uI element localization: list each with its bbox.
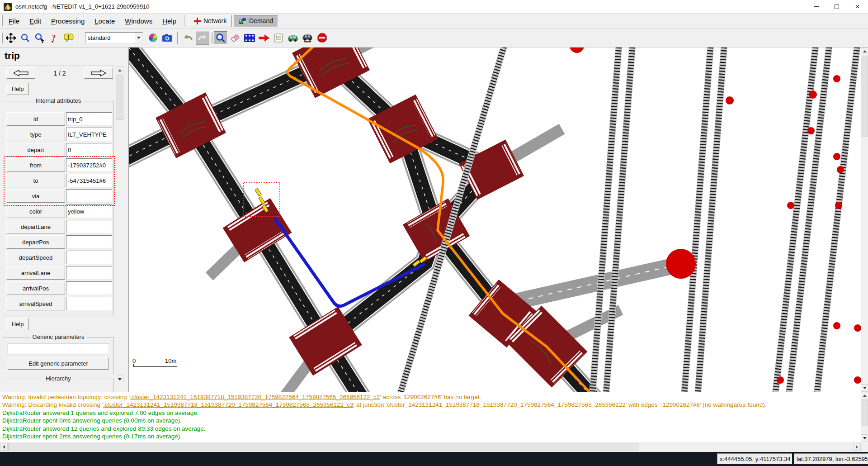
scrollbar-thumb[interactable]	[8, 443, 639, 451]
message-log[interactable]: Warning: Invalid pedestrian topology: cr…	[0, 392, 861, 442]
scrollbar-thumb[interactable]	[861, 400, 868, 426]
junction-bubble[interactable]	[666, 249, 696, 279]
toolbar-grip[interactable]	[1, 33, 3, 43]
zoom-cursor-icon	[34, 33, 45, 43]
close-button[interactable]: ×	[847, 0, 868, 14]
scroll-left-button[interactable]	[0, 443, 8, 451]
help-question-button[interactable]: ?	[47, 31, 61, 45]
attribute-label-departLane[interactable]: departLane	[6, 220, 65, 233]
maximize-button[interactable]	[826, 0, 847, 14]
previous-element-button[interactable]	[6, 67, 35, 79]
triangle-down-icon	[863, 437, 867, 439]
menu-windows[interactable]: Windows	[120, 15, 157, 27]
menu-edit[interactable]: Edit	[24, 15, 46, 27]
mode-stop-button[interactable]	[315, 31, 329, 45]
minimize-button[interactable]	[806, 0, 826, 14]
menu-help[interactable]: Help	[157, 15, 181, 27]
combo-dropdown-button[interactable]	[135, 33, 142, 43]
toolbar-grip[interactable]	[1, 15, 3, 26]
supermode-demand-button[interactable]: Demand	[234, 15, 278, 27]
network-canvas[interactable]	[129, 48, 861, 392]
sidebar-scrollbar[interactable]	[116, 67, 123, 383]
attribute-input-arrivalLane[interactable]	[66, 266, 112, 280]
attribute-label-from[interactable]: from	[6, 158, 65, 172]
inspector-panel: trip 1 / 2 Help Internal attributes idty…	[0, 48, 129, 392]
attribute-input-via[interactable]	[66, 189, 112, 203]
attribute-input-color[interactable]	[66, 204, 112, 218]
log-line-info: DijkstraRouter answered 12 queries and e…	[2, 425, 861, 433]
arrow-right-icon	[91, 70, 106, 76]
network-icon	[194, 18, 201, 24]
mode-delete-button[interactable]	[228, 31, 242, 45]
scroll-right-button[interactable]	[853, 443, 861, 451]
scrollbar-thumb[interactable]	[116, 75, 123, 120]
attribute-label-id[interactable]: id	[6, 112, 65, 126]
attribute-label-depart[interactable]: depart	[6, 143, 65, 157]
log-text: ' at junction 'cluster_1423131241_151938…	[354, 401, 767, 408]
scroll-up-button[interactable]	[861, 392, 868, 399]
log-text: DijkstraRouter answered 12 queries and e…	[2, 425, 206, 432]
color-scheme-button[interactable]	[146, 31, 160, 45]
mode-vehicle-button[interactable]	[286, 31, 300, 45]
attribute-input-from[interactable]	[66, 158, 112, 172]
attribute-input-to[interactable]	[66, 174, 112, 187]
attribute-label-via[interactable]: via	[6, 189, 65, 203]
attribute-label-arrivalPos[interactable]: arrivalPos	[6, 281, 65, 295]
attribute-label-to[interactable]: to	[6, 174, 65, 187]
zoom-button[interactable]	[19, 31, 32, 45]
help-button-bottom[interactable]: Help	[6, 318, 29, 330]
scrollbar-thumb[interactable]	[861, 56, 868, 137]
undo-button[interactable]	[181, 31, 195, 45]
attribute-label-departSpeed[interactable]: departSpeed	[6, 251, 65, 264]
toolbar-grip[interactable]	[211, 33, 212, 43]
attribute-input-departLane[interactable]	[66, 220, 112, 233]
supermode-network-button[interactable]: Network	[189, 15, 232, 27]
edit-generic-parameter-button[interactable]: Edit generic parameter	[8, 357, 109, 370]
attribute-label-arrivalLane[interactable]: arrivalLane	[6, 266, 65, 280]
log-vertical-scrollbar[interactable]	[861, 392, 868, 442]
log-link[interactable]: :cluster_1423131241_1519387718_151938772…	[130, 394, 380, 400]
zoom-cursor-button[interactable]	[33, 31, 47, 45]
log-text: ' across '129002627#6' has no target.	[380, 394, 481, 400]
triangle-up-icon	[863, 395, 867, 397]
scale-line	[133, 366, 177, 367]
attribute-row-arrivalLane: arrivalLane	[6, 266, 112, 280]
toolbar: ? ! standard	[0, 29, 868, 48]
scroll-down-button[interactable]	[861, 384, 868, 392]
help-button-top[interactable]: Help	[6, 83, 29, 95]
mode-inspect-button[interactable]	[214, 31, 227, 45]
menu-processing[interactable]: Processing	[46, 15, 90, 27]
scroll-up-button[interactable]	[861, 48, 868, 55]
attribute-input-id[interactable]	[66, 112, 112, 126]
attribute-label-type[interactable]: type	[6, 128, 65, 141]
attribute-row-depart: depart	[6, 143, 112, 157]
scroll-down-button[interactable]	[116, 376, 123, 383]
view-scheme-combo[interactable]: standard	[85, 32, 143, 43]
log-link[interactable]: :cluster_1423131241_1519387718_151938772…	[103, 401, 353, 408]
message-window-button[interactable]: !	[62, 31, 75, 45]
attribute-input-departSpeed[interactable]	[66, 251, 112, 264]
attribute-input-type[interactable]	[66, 128, 112, 141]
mode-timetable-button[interactable]	[272, 31, 285, 45]
attribute-input-arrivalSpeed[interactable]	[66, 297, 112, 310]
move-view-button[interactable]	[4, 31, 18, 45]
next-element-button[interactable]	[84, 67, 113, 79]
attribute-input-arrivalPos[interactable]	[66, 281, 112, 295]
horizontal-scrollbar[interactable]	[0, 442, 861, 452]
mode-vehicle-type-button[interactable]	[301, 31, 314, 45]
mode-route-button[interactable]	[257, 31, 271, 45]
attribute-label-departPos[interactable]: departPos	[6, 235, 65, 249]
scroll-up-button[interactable]	[116, 67, 123, 74]
attribute-input-depart[interactable]	[66, 143, 112, 157]
menu-locate[interactable]: Locate	[90, 15, 120, 27]
generic-parameters-input[interactable]	[8, 343, 109, 355]
mode-select-button[interactable]	[243, 31, 256, 45]
attribute-label-color[interactable]: color	[6, 204, 65, 218]
attribute-input-departPos[interactable]	[66, 235, 112, 249]
redo-button[interactable]	[196, 31, 209, 45]
screenshot-button[interactable]	[160, 31, 174, 45]
attribute-label-arrivalSpeed[interactable]: arrivalSpeed	[6, 297, 65, 310]
menu-file[interactable]: File	[4, 15, 24, 27]
scroll-down-button[interactable]	[861, 434, 868, 442]
canvas-vertical-scrollbar[interactable]	[861, 48, 868, 392]
